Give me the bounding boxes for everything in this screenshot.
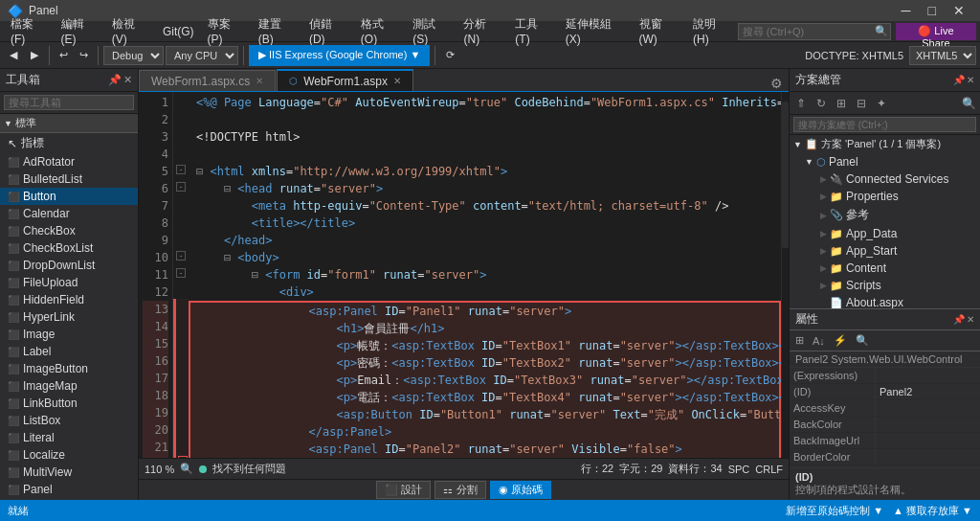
code-content[interactable]: <%@ Page Language="C#" AutoEventWireup="… — [189, 92, 781, 458]
menu-git[interactable]: Git(G) — [156, 23, 201, 40]
menu-extensions[interactable]: 延伸模組(X) — [559, 14, 633, 48]
source-view-button[interactable]: ◉ 原始碼 — [490, 481, 551, 499]
menu-analyze[interactable]: 分析(N) — [457, 14, 508, 48]
tree-item-app-data[interactable]: ▶ 📁 App_Data — [790, 225, 980, 242]
global-search-input[interactable] — [738, 23, 891, 40]
menu-project[interactable]: 專案(P) — [201, 14, 252, 48]
toolbar-fwd[interactable]: ▶ — [25, 47, 44, 63]
split-view-button[interactable]: ⚏ 分割 — [434, 481, 485, 499]
sol-search-btn[interactable]: 🔍 — [962, 97, 976, 110]
cpu-select[interactable]: Any CPU — [166, 46, 238, 65]
sol-toolbar-btn4[interactable]: ⊟ — [852, 94, 871, 113]
toolbox-item[interactable]: ⬛Label — [0, 343, 138, 360]
project-node[interactable]: ▼ ⬡ Panel — [790, 153, 980, 170]
no-issues-icon — [199, 465, 207, 473]
tab-webform-cs[interactable]: WebForm1.aspx.cs ✕ — [139, 70, 276, 91]
toolbox-item-pointer[interactable]: ↖指標 — [0, 133, 138, 153]
design-view-button[interactable]: ⬛ 設計 — [376, 481, 431, 499]
toolbox-item[interactable]: ⬛Literal — [0, 429, 138, 446]
toolbox-item[interactable]: ⬛HiddenField — [0, 291, 138, 308]
toolbox-item[interactable]: ⬛AdRotator — [0, 153, 138, 170]
menu-window[interactable]: 視窗(W) — [633, 14, 686, 48]
minimize-button[interactable]: ─ — [894, 3, 919, 18]
tree-item-references[interactable]: ▶ 📎 參考 — [790, 205, 980, 225]
toolbox-search-input[interactable] — [4, 95, 134, 110]
toolbox-item[interactable]: ⬛ImageMap — [0, 377, 138, 395]
scripts-icon: 📁 — [830, 280, 843, 292]
toolbox-close[interactable]: ✕ — [123, 74, 132, 86]
tab-webform-aspx[interactable]: ⬡ WebForm1.aspx ✕ — [277, 69, 413, 91]
toolbox-item[interactable]: ⬛ListBox — [0, 412, 138, 429]
menu-format[interactable]: 格式(O) — [354, 14, 406, 48]
solution-search-input[interactable] — [793, 117, 976, 132]
prop-value[interactable]: Panel2 — [876, 384, 980, 399]
debug-config-select[interactable]: Debug — [103, 46, 164, 65]
run-button[interactable]: ▶ IIS Express (Google Chrome) ▼ — [249, 45, 430, 66]
sol-toolbar-btn1[interactable]: ⇑ — [791, 94, 811, 113]
menu-file[interactable]: 檔案(F) — [4, 14, 55, 48]
toolbox-item[interactable]: ⬛CheckBox — [0, 222, 138, 239]
spc-info: SPC — [728, 464, 750, 475]
toolbar-extra[interactable]: ⟳ — [440, 47, 460, 63]
toolbox-item[interactable]: ⬛Image — [0, 326, 138, 343]
solution-root[interactable]: ▼ 📋 方案 'Panel' (1 / 1 個專案) — [790, 135, 980, 153]
toolbox-pin[interactable]: 📌 — [108, 74, 122, 86]
solution-close-btn[interactable]: ✕ — [967, 75, 974, 85]
prop-value[interactable] — [876, 417, 980, 432]
prop-value[interactable] — [876, 400, 980, 416]
toolbox-section-arrow[interactable]: ▼ — [4, 119, 12, 128]
prop-sort-alpha[interactable]: A↓ — [809, 333, 829, 349]
toolbox-item[interactable]: ⬛MultiView — [0, 464, 138, 481]
sol-toolbar-btn2[interactable]: ↻ — [812, 94, 831, 113]
tab-webform-aspx-close[interactable]: ✕ — [393, 76, 401, 86]
toolbox-item[interactable]: ⬛DropDownList — [0, 257, 138, 274]
tree-item-connected-services[interactable]: ▶ 🔌 Connected Services — [790, 170, 980, 188]
doctype-select[interactable]: XHTML5 — [909, 46, 976, 65]
toolbox-item[interactable]: ⬛LinkButton — [0, 395, 138, 412]
tree-item-scripts[interactable]: ▶ 📁 Scripts — [790, 277, 980, 294]
toolbar-undo[interactable]: ↩ — [55, 47, 73, 63]
menu-tools[interactable]: 工具(T) — [508, 14, 559, 48]
menu-edit[interactable]: 編輯(E) — [55, 14, 105, 48]
menu-view[interactable]: 檢視(V) — [105, 14, 156, 48]
tree-item-properties[interactable]: ▶ 📁 Properties — [790, 188, 980, 205]
sol-toolbar-btn5[interactable]: ✦ — [872, 94, 891, 113]
solution-pin-btn[interactable]: 📌 — [953, 75, 965, 85]
prop-search[interactable]: 🔍 — [852, 332, 873, 349]
menu-bar: 檔案(F) 編輯(E) 檢視(V) Git(G) 專案(P) 建置(B) 偵錯(… — [0, 21, 980, 42]
references-icon: 📎 — [830, 209, 843, 221]
tab-settings-btn[interactable]: ⚙ — [765, 76, 789, 91]
editor-bottom-bar: 110 % 🔍 找不到任何問題 行：22 字元：29 資料行：34 SPC CR… — [139, 458, 789, 479]
tree-item-content[interactable]: ▶ 📁 Content — [790, 260, 980, 277]
prop-events[interactable]: ⚡ — [830, 332, 851, 349]
toolbar-redo[interactable]: ↪ — [75, 47, 93, 63]
menu-help[interactable]: 說明(H) — [686, 14, 738, 48]
toolbox-item[interactable]: ⬛Panel — [0, 481, 138, 498]
toolbox-item[interactable]: ⬛CheckBoxList — [0, 239, 138, 257]
toolbox-item[interactable]: ⬛HyperLink — [0, 308, 138, 326]
tab-webform-cs-close[interactable]: ✕ — [256, 76, 263, 86]
prop-value[interactable] — [876, 449, 980, 464]
properties-pin-btn[interactable]: 📌 — [953, 314, 965, 325]
menu-test[interactable]: 測試(S) — [406, 14, 457, 48]
toolbox-item[interactable]: ⬛FileUpload — [0, 274, 138, 291]
prop-sort-category[interactable]: ⊞ — [791, 332, 808, 349]
toolbox-item-button[interactable]: ⬛Button — [0, 188, 138, 205]
menu-debug[interactable]: 偵錯(D) — [302, 14, 354, 48]
live-share-button[interactable]: 🔴 Live Share — [896, 23, 976, 40]
prop-value[interactable] — [876, 433, 980, 448]
toolbox-item[interactable]: ⬛BulletedList — [0, 170, 138, 188]
toolbox-item[interactable]: ⬛Localize — [0, 446, 138, 464]
tree-item-app-start[interactable]: ▶ 📁 App_Start — [790, 242, 980, 260]
sol-toolbar-btn3[interactable]: ⊞ — [832, 94, 851, 113]
prop-value[interactable] — [876, 368, 980, 383]
close-button[interactable]: ✕ — [946, 3, 972, 18]
maximize-button[interactable]: □ — [921, 3, 944, 18]
col-info: 字元：29 — [619, 462, 662, 476]
toolbox-item[interactable]: ⬛Calendar — [0, 205, 138, 222]
toolbox-item[interactable]: ⬛ImageButton — [0, 360, 138, 377]
toolbar-back[interactable]: ◀ — [4, 47, 23, 63]
tree-item-about[interactable]: ▶ 📄 About.aspx — [790, 294, 980, 308]
menu-build[interactable]: 建置(B) — [252, 14, 302, 48]
properties-close-btn[interactable]: ✕ — [967, 314, 974, 325]
